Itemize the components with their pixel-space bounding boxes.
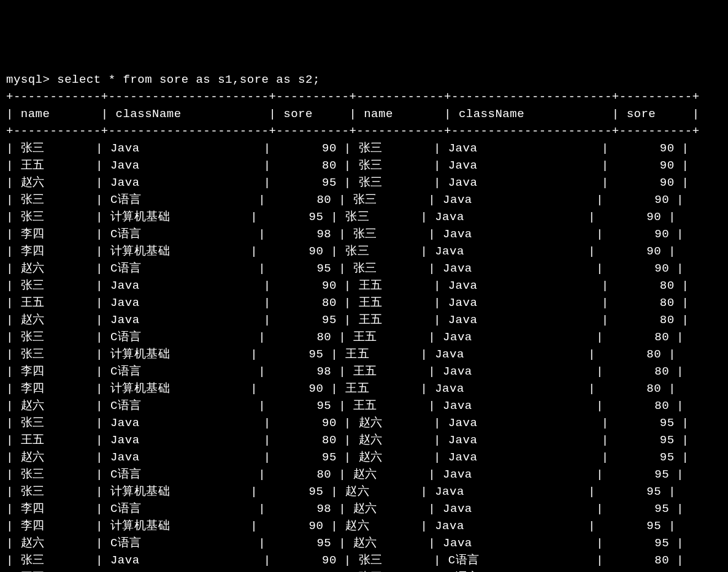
terminal-line: | name | className | sore | name | class… (6, 105, 722, 123)
terminal-line: | 张三 | C语言 | 80 | 王五 | Java | 80 | (6, 329, 722, 346)
terminal-line: | 张三 | Java | 90 | 张三 | Java | 90 | (6, 140, 722, 157)
terminal-line: | 赵六 | Java | 95 | 张三 | Java | 90 | (6, 174, 722, 191)
terminal-line: | 王五 | Java | 80 | 赵六 | Java | 95 | (6, 432, 722, 449)
terminal-line: | 赵六 | C语言 | 95 | 张三 | Java | 90 | (6, 260, 722, 277)
terminal-line: mysql> select * from sore as s1,sore as … (6, 71, 722, 88)
terminal-line: | 张三 | 计算机基础 | 95 | 赵六 | Java | 95 | (6, 483, 722, 500)
terminal-line: | 李四 | C语言 | 98 | 赵六 | Java | 95 | (6, 500, 722, 517)
terminal-line: | 赵六 | C语言 | 95 | 赵六 | Java | 95 | (6, 535, 722, 552)
terminal-line: | 赵六 | Java | 95 | 赵六 | Java | 95 | (6, 449, 722, 466)
terminal-line: | 张三 | 计算机基础 | 95 | 张三 | Java | 90 | (6, 208, 722, 226)
terminal-line: | 李四 | 计算机基础 | 90 | 赵六 | Java | 95 | (6, 517, 722, 535)
terminal-line: | 张三 | C语言 | 80 | 张三 | Java | 90 | (6, 191, 722, 208)
terminal-line: +------------+----------------------+---… (6, 88, 722, 105)
terminal-line: | 王五 | Java | 80 | 王五 | Java | 80 | (6, 294, 722, 311)
mysql-terminal[interactable]: mysql> select * from sore as s1,sore as … (6, 71, 722, 572)
terminal-line: | 张三 | C语言 | 80 | 赵六 | Java | 95 | (6, 466, 722, 483)
terminal-line: | 赵六 | Java | 95 | 王五 | Java | 80 | (6, 311, 722, 329)
terminal-line: | 王五 | Java | 80 | 张三 | C语言 | 80 | (6, 569, 722, 572)
terminal-line: | 李四 | C语言 | 98 | 张三 | Java | 90 | (6, 226, 722, 243)
terminal-line: | 李四 | 计算机基础 | 90 | 王五 | Java | 80 | (6, 380, 722, 397)
terminal-line: | 李四 | C语言 | 98 | 王五 | Java | 80 | (6, 363, 722, 380)
terminal-line: | 王五 | Java | 80 | 张三 | Java | 90 | (6, 157, 722, 174)
terminal-line: +------------+----------------------+---… (6, 123, 722, 140)
terminal-line: | 张三 | Java | 90 | 王五 | Java | 80 | (6, 277, 722, 294)
terminal-line: | 赵六 | C语言 | 95 | 王五 | Java | 80 | (6, 397, 722, 414)
terminal-line: | 张三 | 计算机基础 | 95 | 王五 | Java | 80 | (6, 346, 722, 363)
terminal-line: | 李四 | 计算机基础 | 90 | 张三 | Java | 90 | (6, 243, 722, 260)
terminal-line: | 张三 | Java | 90 | 赵六 | Java | 95 | (6, 414, 722, 432)
terminal-line: | 张三 | Java | 90 | 张三 | C语言 | 80 | (6, 552, 722, 569)
